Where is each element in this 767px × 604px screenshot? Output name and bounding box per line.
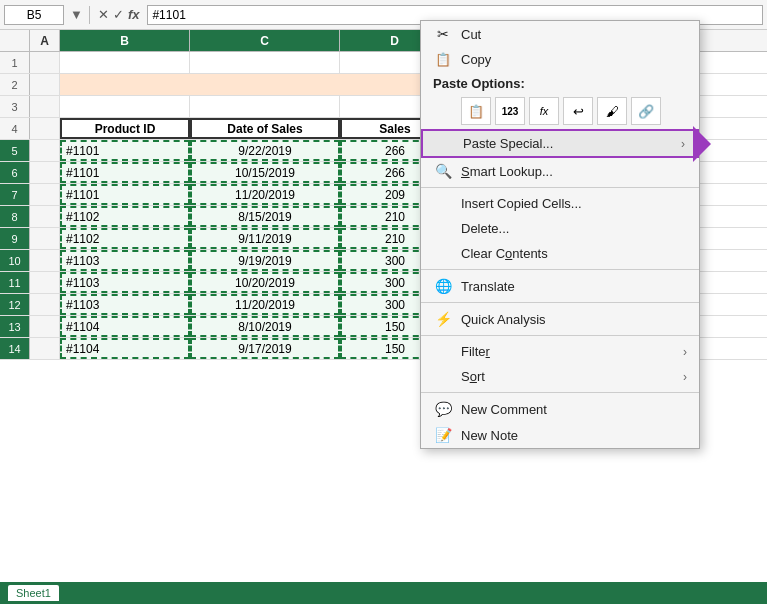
paste-special-arrow: › (681, 137, 685, 151)
cell-b[interactable]: #1101 (60, 184, 190, 205)
row-number: 9 (0, 228, 30, 249)
cut-icon: ✂ (433, 26, 453, 42)
separator-3 (421, 302, 699, 303)
ctx-quick-analysis-label: Quick Analysis (461, 312, 687, 327)
cell-a[interactable] (30, 162, 60, 183)
cell-a[interactable] (30, 338, 60, 359)
check-formula-icon[interactable]: ✓ (113, 7, 124, 22)
cell-a[interactable] (30, 118, 60, 139)
cell-c[interactable]: 11/20/2019 (190, 294, 340, 315)
separator-1 (421, 187, 699, 188)
col-header-C[interactable]: C (190, 30, 340, 51)
formula-sep-left: ▼ (68, 7, 85, 22)
cell-c[interactable]: 10/20/2019 (190, 272, 340, 293)
ctx-delete[interactable]: Delete... (421, 216, 699, 241)
col-header-B[interactable]: B (60, 30, 190, 51)
cell-c[interactable]: 10/15/2019 (190, 162, 340, 183)
row-number: 13 (0, 316, 30, 337)
ctx-smart-lookup[interactable]: 🔍 Smart Lookup... (421, 158, 699, 184)
corner-cell (0, 30, 30, 51)
cell-c[interactable] (190, 96, 340, 117)
ctx-translate[interactable]: 🌐 Translate (421, 273, 699, 299)
cell-c[interactable]: 9/17/2019 (190, 338, 340, 359)
row-number: 12 (0, 294, 30, 315)
paste-btn-values[interactable]: 123 (495, 97, 525, 125)
ctx-cut[interactable]: ✂ Cut (421, 21, 699, 47)
ctx-sort[interactable]: Sort › (421, 364, 699, 389)
cell-b[interactable]: #1101 (60, 162, 190, 183)
new-comment-icon: 💬 (433, 401, 453, 417)
cell-a[interactable] (30, 140, 60, 161)
cell-b[interactable]: #1104 (60, 338, 190, 359)
cell-c[interactable]: 8/15/2019 (190, 206, 340, 227)
ctx-new-comment[interactable]: 💬 New Comment (421, 396, 699, 422)
row-number: 5 (0, 140, 30, 161)
col-header-A[interactable]: A (30, 30, 60, 51)
bottom-bar: Sheet1 (0, 582, 767, 604)
cell-a[interactable] (30, 184, 60, 205)
ctx-paste-special-label: Paste Special... (463, 136, 673, 151)
cell-b[interactable]: #1102 (60, 228, 190, 249)
cell-b[interactable]: #1102 (60, 206, 190, 227)
cell-a[interactable] (30, 316, 60, 337)
cell-c[interactable]: 11/20/2019 (190, 184, 340, 205)
paste-options-row: 📋 123 fx ↩ 🖌 🔗 (421, 93, 699, 129)
cell-ref-input[interactable] (4, 5, 64, 25)
cell-b[interactable]: #1103 (60, 294, 190, 315)
context-menu: ✂ Cut 📋 Copy Paste Options: 📋 123 fx ↩ 🖌… (420, 20, 700, 449)
paste-btn-transpose[interactable]: ↩ (563, 97, 593, 125)
cell-a[interactable] (30, 96, 60, 117)
ctx-clear-contents[interactable]: Clear Contents (421, 241, 699, 266)
cell-b[interactable] (60, 96, 190, 117)
row-number: 11 (0, 272, 30, 293)
filter-arrow: › (683, 345, 687, 359)
ctx-sort-label: Sort (461, 369, 675, 384)
row-number: 4 (0, 118, 30, 139)
smart-lookup-icon: 🔍 (433, 163, 453, 179)
paste-btn-default[interactable]: 📋 (461, 97, 491, 125)
cell-c[interactable]: Date of Sales (190, 118, 340, 139)
paste-options-label: Paste Options: (421, 72, 699, 93)
cell-a[interactable] (30, 74, 60, 95)
ctx-new-note-label: New Note (461, 428, 687, 443)
ctx-copy[interactable]: 📋 Copy (421, 47, 699, 72)
cell-b[interactable] (60, 52, 190, 73)
cell-a[interactable] (30, 206, 60, 227)
paste-btn-formatting[interactable]: 🖌 (597, 97, 627, 125)
ctx-paste-special[interactable]: Paste Special... › (421, 129, 699, 158)
ctx-new-note[interactable]: 📝 New Note (421, 422, 699, 448)
row-number: 10 (0, 250, 30, 271)
fx-icon[interactable]: fx (128, 7, 140, 22)
ctx-quick-analysis[interactable]: ⚡ Quick Analysis (421, 306, 699, 332)
cell-b[interactable]: #1104 (60, 316, 190, 337)
cell-b[interactable]: Product ID (60, 118, 190, 139)
row-number: 14 (0, 338, 30, 359)
cell-b[interactable]: #1103 (60, 272, 190, 293)
cell-a[interactable] (30, 250, 60, 271)
ctx-new-comment-label: New Comment (461, 402, 687, 417)
cell-b[interactable]: #1101 (60, 140, 190, 161)
ctx-insert-copied[interactable]: Insert Copied Cells... (421, 191, 699, 216)
cell-c[interactable] (190, 52, 340, 73)
cell-c[interactable]: 8/10/2019 (190, 316, 340, 337)
cell-c[interactable]: 9/11/2019 (190, 228, 340, 249)
ctx-insert-copied-label: Insert Copied Cells... (461, 196, 687, 211)
sheet-tab[interactable]: Sheet1 (8, 585, 59, 601)
paste-btn-link[interactable]: 🔗 (631, 97, 661, 125)
ctx-copy-label: Copy (461, 52, 687, 67)
cell-a[interactable] (30, 52, 60, 73)
cell-a[interactable] (30, 228, 60, 249)
cell-b[interactable]: #1103 (60, 250, 190, 271)
row-number: 7 (0, 184, 30, 205)
cut-formula-icon[interactable]: ✕ (98, 7, 109, 22)
cell-c[interactable]: 9/22/2019 (190, 140, 340, 161)
copy-icon: 📋 (433, 52, 453, 67)
cell-a[interactable] (30, 272, 60, 293)
ctx-filter[interactable]: Filter › (421, 339, 699, 364)
ctx-cut-label: Cut (461, 27, 687, 42)
cell-c[interactable]: 9/19/2019 (190, 250, 340, 271)
paste-btn-formulas[interactable]: fx (529, 97, 559, 125)
ctx-translate-label: Translate (461, 279, 687, 294)
cell-a[interactable] (30, 294, 60, 315)
cell-b[interactable] (60, 74, 450, 95)
